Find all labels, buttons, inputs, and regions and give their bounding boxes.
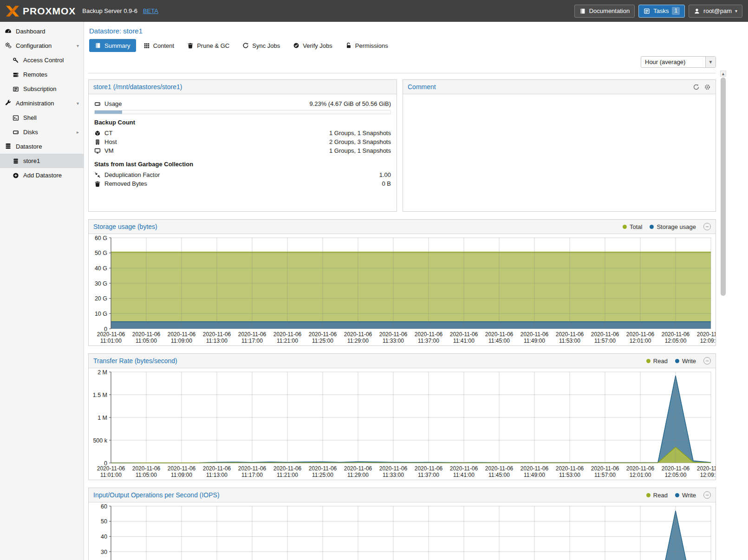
chevron-down-icon[interactable]: ▾ [77, 43, 79, 48]
scrollbar-thumb[interactable] [721, 78, 726, 296]
sidebar-item-administration[interactable]: Administration ▾ [0, 96, 84, 111]
legend-dot-write [675, 493, 679, 497]
svg-text:2020-11-0611:41:00: 2020-11-0611:41:00 [450, 465, 478, 478]
proxmox-logo: PROXMOX [6, 5, 76, 17]
vertical-scrollbar: ▲ [720, 71, 726, 560]
tab-permissions[interactable]: Permissions [340, 39, 394, 52]
usage-row: Usage 9.23% (4.67 GiB of 50.56 GiB) [94, 99, 391, 108]
hdd-icon [13, 129, 19, 136]
legend-write[interactable]: Write [675, 358, 696, 365]
chevron-down-icon[interactable]: ▼ [705, 57, 715, 67]
tasks-button[interactable]: Tasks 1 [638, 5, 685, 18]
svg-text:2020-11-0611:05:00: 2020-11-0611:05:00 [132, 465, 161, 478]
chevron-right-icon[interactable]: ▸ [77, 130, 79, 135]
sidebar-item-store1[interactable]: store1 [0, 154, 84, 168]
sidebar-item-remotes[interactable]: Remotes [0, 67, 84, 82]
server-stack-icon [13, 72, 19, 78]
refresh-icon[interactable] [693, 84, 700, 91]
dedup-factor-row: Deduplication Factor 1.00 [94, 170, 391, 179]
sidebar: Dashboard Configuration ▾ Access Control… [0, 22, 84, 560]
scroll-up-arrow[interactable]: ▲ [720, 71, 726, 77]
dashboard-icon [5, 27, 12, 36]
svg-text:60 G: 60 G [95, 235, 107, 241]
legend-read[interactable]: Read [646, 358, 668, 365]
svg-text:40: 40 [101, 534, 107, 540]
svg-text:50 G: 50 G [95, 250, 107, 256]
tab-sync-jobs[interactable]: Sync Jobs [237, 39, 286, 52]
sidebar-item-configuration[interactable]: Configuration ▾ [0, 39, 84, 53]
svg-text:2020-11-0611:29:00: 2020-11-0611:29:00 [344, 331, 372, 344]
comment-body[interactable] [403, 94, 715, 211]
usage-value: 9.23% (4.67 GiB of 50.56 GiB) [309, 100, 391, 107]
page-title: Datastore: store1 [88, 22, 716, 39]
gear-icon[interactable] [704, 84, 711, 91]
tasks-count-badge: 1 [672, 7, 680, 15]
product-version: Backup Server 0.9-6 [82, 7, 137, 14]
subscription-icon [13, 86, 19, 92]
legend-storage-usage[interactable]: Storage usage [650, 223, 696, 230]
svg-text:60: 60 [101, 503, 107, 510]
user-menu-button[interactable]: root@pam ▾ [689, 5, 742, 18]
book-icon [579, 8, 586, 14]
check-circle-icon [293, 42, 299, 49]
storage-usage-panel: Storage usage (bytes) Total Storage usag… [88, 219, 716, 346]
terminal-icon [13, 115, 19, 121]
user-icon [694, 8, 700, 14]
transfer-rate-header: Transfer Rate (bytes/second) Read Write … [89, 354, 715, 368]
svg-text:10 G: 10 G [95, 311, 107, 317]
legend-total[interactable]: Total [623, 223, 642, 230]
sidebar-item-shell[interactable]: Shell [0, 111, 84, 125]
svg-text:50: 50 [101, 518, 107, 525]
comment-panel: Comment [403, 79, 716, 212]
key-icon [13, 57, 19, 64]
beta-link[interactable]: BETA [143, 7, 158, 14]
svg-text:40 G: 40 G [95, 265, 107, 272]
svg-text:2020-11-0611:13:00: 2020-11-0611:13:00 [203, 465, 231, 478]
svg-text:2020-11-0611:13:00: 2020-11-0611:13:00 [203, 331, 231, 344]
sidebar-item-add-datastore[interactable]: Add Datastore [0, 168, 84, 182]
legend-dot-storage-usage [650, 225, 654, 229]
tab-prune-gc[interactable]: Prune & GC [182, 39, 235, 52]
legend-write[interactable]: Write [675, 492, 696, 499]
chevron-down-icon[interactable]: ▾ [77, 101, 79, 106]
svg-text:2020-11-0611:53:00: 2020-11-0611:53:00 [556, 331, 584, 344]
tab-verify-jobs[interactable]: Verify Jobs [287, 39, 338, 52]
iops-panel: Input/Output Operations per Second (IOPS… [88, 488, 716, 560]
collapse-icon[interactable]: − [703, 357, 711, 365]
collapse-icon[interactable]: − [703, 223, 711, 230]
sidebar-item-datastore[interactable]: Datastore [0, 139, 84, 154]
wrench-icon [5, 99, 12, 108]
tab-content[interactable]: Content [138, 39, 180, 52]
svg-text:2020-11-0612:01:00: 2020-11-0612:01:00 [626, 465, 655, 478]
cube-icon [94, 130, 101, 137]
svg-text:30 G: 30 G [95, 280, 107, 287]
tab-summary[interactable]: Summary [89, 39, 136, 52]
svg-text:2020-11-0611:29:00: 2020-11-0611:29:00 [344, 465, 372, 478]
svg-text:2020-11-0611:01:00: 2020-11-0611:01:00 [97, 331, 125, 344]
collapse-icon[interactable]: − [703, 491, 711, 499]
hdd-icon [94, 101, 101, 107]
svg-text:2020-11-0611:25:00: 2020-11-0611:25:00 [309, 331, 337, 344]
building-icon [94, 139, 101, 145]
chevron-down-icon: ▾ [735, 8, 737, 13]
legend-dot-read [646, 493, 650, 497]
datastore-panel-header: store1 (/mnt/datastores/store1) [89, 80, 397, 94]
sidebar-item-disks[interactable]: Disks ▸ [0, 125, 84, 139]
documentation-button[interactable]: Documentation [574, 5, 635, 18]
unlock-icon [345, 42, 352, 49]
svg-text:2020-11-0611:41:00: 2020-11-0611:41:00 [450, 331, 478, 344]
svg-text:2020-11-0611:21:00: 2020-11-0611:21:00 [273, 465, 302, 478]
svg-text:2020-11-0611:17:00: 2020-11-0611:17:00 [238, 465, 267, 478]
legend-read[interactable]: Read [646, 492, 668, 499]
sidebar-item-access-control[interactable]: Access Control [0, 53, 84, 67]
transfer-rate-chart: 0500 k1 M1.5 M2 M2020-11-0611:01:002020-… [89, 368, 715, 480]
gc-stats-title: Stats from last Garbage Collection [94, 161, 391, 168]
top-bar: PROXMOX Backup Server 0.9-6 BETA Documen… [0, 0, 748, 22]
legend-dot-total [623, 225, 627, 229]
storage-usage-chart: 010 G20 G30 G40 G50 G60 G2020-11-0611:01… [89, 234, 715, 345]
svg-text:2020-11-0611:33:00: 2020-11-0611:33:00 [379, 331, 408, 344]
time-period-select[interactable]: Hour (average) ▼ [641, 56, 716, 68]
sidebar-item-subscription[interactable]: Subscription [0, 82, 84, 96]
sidebar-item-dashboard[interactable]: Dashboard [0, 24, 84, 39]
svg-text:2020-11-0612:01:00: 2020-11-0612:01:00 [626, 331, 655, 344]
